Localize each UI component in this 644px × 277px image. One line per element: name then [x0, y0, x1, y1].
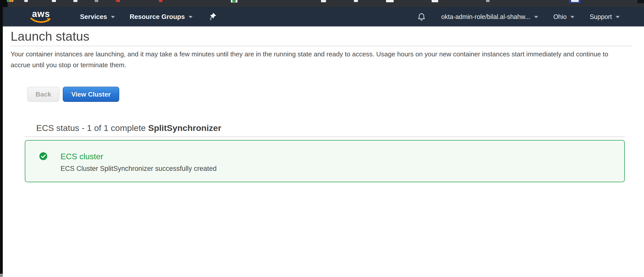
wizard-button-row: Back View Cluster — [27, 87, 632, 102]
ecs-cluster-success-card: ECS cluster ECS Cluster SplitSynchronize… — [25, 140, 625, 182]
notifications-button[interactable] — [417, 12, 426, 21]
navbar-right-group: okta-admin-role/bilal.al-shahw... Ohio S… — [417, 12, 620, 21]
page-description: Your container instances are launching, … — [11, 49, 628, 71]
favicon-fragment — [486, 0, 490, 2]
card-text-group: ECS cluster ECS Cluster SplitSynchronize… — [61, 152, 217, 173]
favicon-fragment — [637, 0, 644, 3]
favicon-fragment — [116, 0, 120, 2]
favicon-fragment — [73, 0, 77, 2]
favicon-fragment — [7, 0, 9, 2]
nav-services-label: Services — [80, 13, 107, 21]
card-message: ECS Cluster SplitSynchronizer successful… — [61, 165, 217, 173]
favicon-fragment — [432, 0, 438, 2]
support-menu[interactable]: Support — [590, 13, 620, 20]
view-cluster-button[interactable]: View Cluster — [63, 87, 119, 102]
chevron-down-icon — [534, 16, 538, 18]
nav-resource-groups-menu[interactable]: Resource Groups — [130, 13, 193, 21]
favicon-fragment — [9, 0, 11, 2]
main-content: Launch status Your container instances a… — [0, 29, 644, 182]
favicon-fragment — [95, 0, 98, 2]
bell-icon — [417, 12, 426, 21]
chevron-down-icon — [570, 16, 574, 18]
support-label: Support — [590, 13, 612, 20]
ecs-status-divider — [25, 136, 625, 137]
success-check-icon — [39, 152, 47, 160]
region-menu[interactable]: Ohio — [553, 13, 575, 20]
aws-smile-icon — [30, 18, 52, 23]
title-divider — [11, 46, 632, 46]
nav-services-menu[interactable]: Services — [80, 13, 115, 21]
favicon-fragment — [52, 0, 56, 2]
favicon-fragment — [354, 0, 358, 2]
account-menu[interactable]: okta-admin-role/bilal.al-shahw... — [441, 13, 538, 20]
chevron-down-icon — [111, 16, 115, 18]
pin-shortcut-button[interactable] — [209, 12, 216, 21]
page-title: Launch status — [11, 29, 632, 44]
ecs-status-cluster-name: SplitSynchronizer — [148, 123, 221, 133]
favicon-fragment — [232, 0, 236, 2]
favicon-fragment — [571, 0, 579, 2]
chevron-down-icon — [616, 16, 620, 18]
favicon-strip — [0, 0, 644, 7]
aws-logo[interactable]: aws — [30, 10, 52, 23]
aws-navbar: aws Services Resource Groups — [0, 7, 644, 27]
aws-logo-text: aws — [32, 10, 50, 18]
chevron-down-icon — [189, 16, 193, 18]
favicon-fragment — [159, 0, 163, 2]
screenshot-left-edge-bottom — [0, 274, 3, 277]
card-title: ECS cluster — [61, 152, 217, 161]
favicon-fragment — [386, 0, 394, 2]
back-button[interactable]: Back — [27, 87, 59, 102]
ecs-status-heading: ECS status - 1 of 1 complete SplitSynchr… — [25, 123, 625, 133]
browser-tab-strip — [0, 0, 644, 7]
account-label: okta-admin-role/bilal.al-shahw... — [441, 13, 530, 20]
screenshot-left-edge — [0, 0, 3, 274]
nav-resource-groups-label: Resource Groups — [130, 13, 185, 21]
region-label: Ohio — [553, 13, 567, 20]
favicon-fragment — [24, 0, 28, 2]
pushpin-icon — [209, 12, 216, 21]
ecs-status-section: ECS status - 1 of 1 complete SplitSynchr… — [25, 123, 625, 182]
favicon-fragment — [11, 0, 13, 2]
ecs-status-heading-text: ECS status - 1 of 1 complete — [36, 123, 148, 133]
favicon-fragment — [321, 0, 326, 2]
